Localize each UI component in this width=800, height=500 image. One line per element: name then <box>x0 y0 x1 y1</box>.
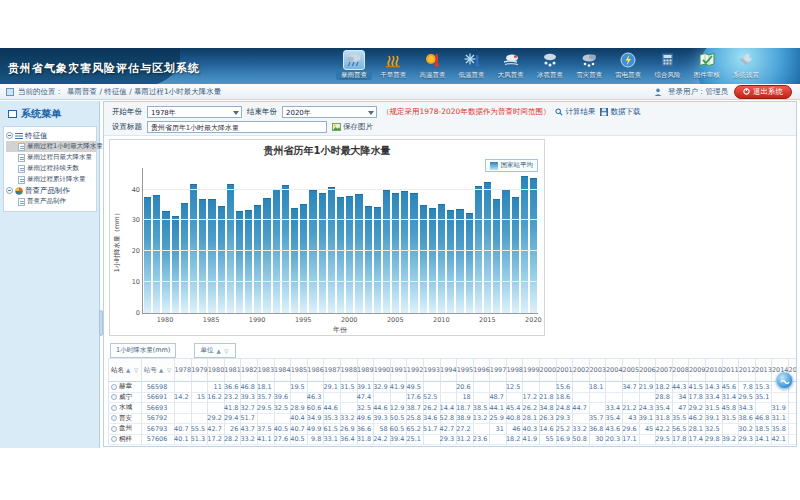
bar-2003[interactable] <box>374 207 381 313</box>
col-year-header[interactable]: 1982 <box>241 358 258 382</box>
col-year-header[interactable]: 1985 <box>291 358 308 382</box>
col-year-header[interactable]: 2006 <box>640 358 657 382</box>
tree-group[interactable]: 普查产品制作 <box>6 185 96 196</box>
calculate-button[interactable]: 计算结果 <box>555 107 595 117</box>
row-expander-icon[interactable] <box>111 436 117 442</box>
row-expander-icon[interactable] <box>111 384 117 390</box>
col-year-header[interactable]: 1986 <box>308 358 325 382</box>
col-year-header[interactable]: 1996 <box>474 358 491 382</box>
station-name-cell[interactable]: 水城 <box>108 403 142 414</box>
col-year-header[interactable]: 1980 <box>208 358 225 382</box>
bar-2015[interactable] <box>484 182 491 313</box>
row-expander-icon[interactable] <box>111 394 117 400</box>
row-expander-icon[interactable] <box>111 405 117 411</box>
col-id-header[interactable]: 站号 ▲ ▽ <box>142 358 175 382</box>
nav-rain-button[interactable]: 暴雨普查 <box>336 50 372 80</box>
bar-1979[interactable] <box>153 195 160 313</box>
bar-1978[interactable] <box>144 197 151 313</box>
col-year-header[interactable]: 1993 <box>424 358 441 382</box>
col-year-header[interactable]: 2009 <box>689 358 706 382</box>
bar-2011[interactable] <box>447 210 454 313</box>
col-year-header[interactable]: 1990 <box>374 358 391 382</box>
sidebar-item[interactable]: 暴雨过程日最大降水量 <box>6 152 96 163</box>
nav-hail-button[interactable]: 冰雹普查 <box>532 50 568 80</box>
bar-2012[interactable] <box>456 209 463 313</box>
station-name-cell[interactable]: 普安 <box>108 414 142 425</box>
nav-wind-button[interactable]: 大风普查 <box>493 50 529 80</box>
bar-2009[interactable] <box>429 208 436 313</box>
bar-1986[interactable] <box>218 206 225 313</box>
col-year-header[interactable]: 2007 <box>656 358 673 382</box>
bar-2007[interactable] <box>410 193 417 313</box>
nav-snow-button[interactable]: 雪灾普查 <box>571 50 607 80</box>
bar-1988[interactable] <box>236 211 243 313</box>
col-year-header[interactable]: 1983 <box>258 358 275 382</box>
col-year-header[interactable]: 1991 <box>391 358 408 382</box>
save-image-button[interactable]: 保存图片 <box>332 122 373 132</box>
sidebar-item[interactable]: 暴雨过程1小时最大降水量 <box>6 141 96 152</box>
col-year-header[interactable]: 2001 <box>557 358 574 382</box>
col-year-header[interactable]: 1992 <box>407 358 424 382</box>
col-year-header[interactable]: 2005 <box>623 358 640 382</box>
unit-chip[interactable]: 单位▲ ▽ <box>194 343 235 358</box>
nav-settings-button[interactable]: 系统设置 <box>728 50 764 80</box>
station-name-cell[interactable]: 威宁 <box>108 393 142 404</box>
col-year-header[interactable]: 1999 <box>523 358 540 382</box>
col-year-header[interactable]: 1979 <box>192 358 209 382</box>
col-year-header[interactable]: 1978 <box>175 358 192 382</box>
col-year-header[interactable]: 1997 <box>490 358 507 382</box>
download-button[interactable]: 数据下载 <box>600 107 640 117</box>
bar-1989[interactable] <box>245 210 252 313</box>
sidebar-item[interactable]: 普查产品制作 <box>6 196 96 207</box>
col-year-header[interactable]: 1989 <box>358 358 375 382</box>
field-chip[interactable]: 1小时降水量(mm) <box>110 343 176 358</box>
bar-2005[interactable] <box>392 193 399 313</box>
col-year-header[interactable]: 1984 <box>275 358 292 382</box>
bar-2008[interactable] <box>420 205 427 313</box>
nav-high-temp-button[interactable]: 高温普查 <box>414 50 450 80</box>
nav-lightning-button[interactable]: 雷电普查 <box>610 50 646 80</box>
row-expander-icon[interactable] <box>111 415 117 421</box>
nav-map-review-button[interactable]: 图件审核 <box>689 50 725 80</box>
expander-icon[interactable] <box>6 187 13 194</box>
expander-icon[interactable] <box>6 132 13 139</box>
bar-2004[interactable] <box>383 190 390 313</box>
bar-2001[interactable] <box>355 194 362 313</box>
bar-1987[interactable] <box>227 184 234 313</box>
bar-2019[interactable] <box>521 176 528 313</box>
bar-1981[interactable] <box>172 216 179 313</box>
bar-1995[interactable] <box>300 204 307 313</box>
col-year-header[interactable]: 2000 <box>540 358 557 382</box>
start-year-select[interactable]: 1978年 <box>147 106 242 118</box>
bar-1996[interactable] <box>309 190 316 313</box>
col-year-header[interactable]: 2002 <box>573 358 590 382</box>
bar-1993[interactable] <box>282 185 289 313</box>
col-year-header[interactable]: 1995 <box>457 358 474 382</box>
bar-1984[interactable] <box>199 199 206 313</box>
chart-title-input[interactable] <box>147 121 327 133</box>
station-name-cell[interactable]: 桐梓 <box>108 435 142 446</box>
col-year-header[interactable]: 2004 <box>606 358 623 382</box>
bar-1983[interactable] <box>190 184 197 313</box>
bar-2020[interactable] <box>530 178 537 313</box>
station-name-cell[interactable]: 盘州 <box>108 424 142 435</box>
bar-2002[interactable] <box>365 206 372 313</box>
bar-1985[interactable] <box>208 199 215 313</box>
bar-1980[interactable] <box>162 211 169 313</box>
bar-2018[interactable] <box>512 197 519 313</box>
bar-1994[interactable] <box>291 208 298 314</box>
station-name-cell[interactable]: 赫章 <box>108 382 142 393</box>
col-year-header[interactable]: 1987 <box>324 358 341 382</box>
bar-1999[interactable] <box>337 197 344 313</box>
tree-group[interactable]: 特征值 <box>6 130 96 141</box>
bar-2013[interactable] <box>466 213 473 313</box>
bar-2000[interactable] <box>346 196 353 313</box>
col-year-header[interactable]: 2012 <box>739 358 756 382</box>
col-year-header[interactable]: 2008 <box>673 358 690 382</box>
nav-drought-button[interactable]: 干旱普查 <box>375 50 411 80</box>
col-year-header[interactable]: 2013 <box>756 358 773 382</box>
col-year-header[interactable]: 1994 <box>441 358 458 382</box>
nav-low-temp-button[interactable]: 低温普查 <box>454 50 490 80</box>
col-year-header[interactable]: 1981 <box>225 358 242 382</box>
bar-2006[interactable] <box>401 191 408 313</box>
